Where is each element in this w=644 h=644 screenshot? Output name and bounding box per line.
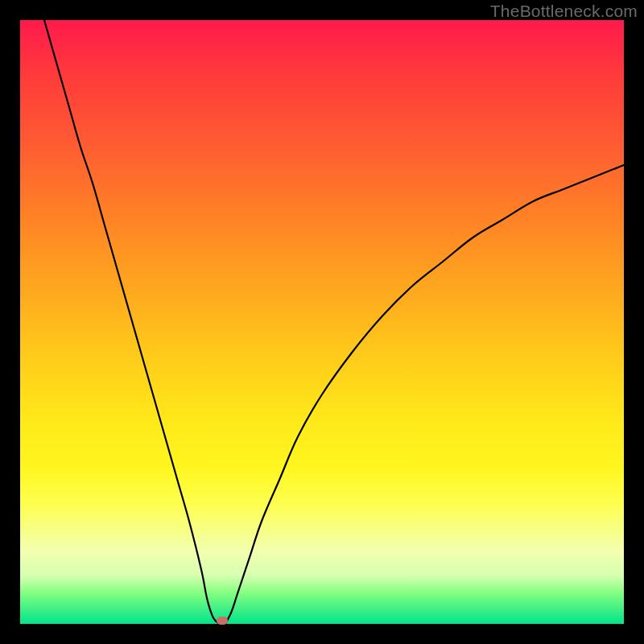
optimal-point-marker	[217, 617, 228, 625]
chart-frame: TheBottleneck.com	[0, 0, 644, 644]
bottleneck-curve	[20, 20, 624, 624]
curve-left-branch	[44, 20, 220, 624]
curve-right-branch	[225, 165, 624, 624]
chart-plot-area	[20, 20, 624, 624]
watermark-text: TheBottleneck.com	[490, 2, 638, 21]
